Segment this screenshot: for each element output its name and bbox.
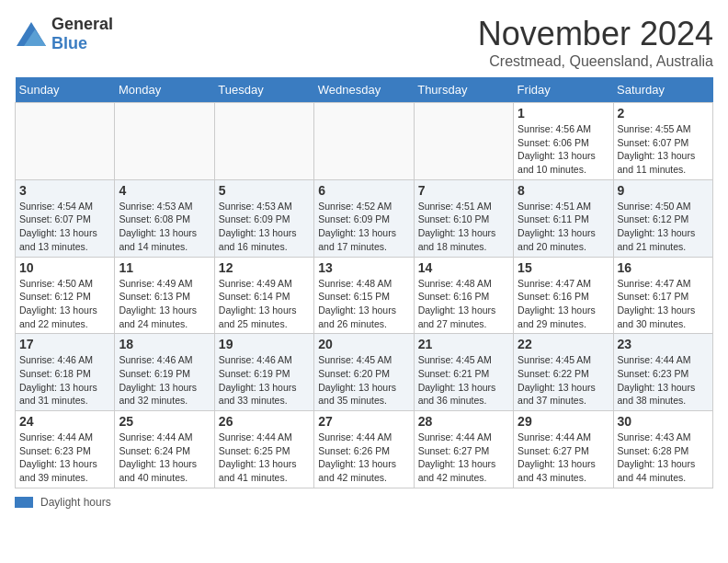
day-info: Sunrise: 4:43 AMSunset: 6:28 PMDaylight:… [618,431,709,485]
day-header-wednesday: Wednesday [314,77,414,103]
logo-text-general: General [51,15,113,33]
day-number: 28 [418,414,509,429]
day-info: Sunrise: 4:48 AMSunset: 6:16 PMDaylight:… [418,277,509,331]
day-number: 22 [518,337,609,351]
day-info: Sunrise: 4:55 AMSunset: 6:07 PMDaylight:… [618,122,709,177]
day-number: 8 [518,183,609,198]
calendar-cell: 4Sunrise: 4:53 AMSunset: 6:08 PMDaylight… [115,179,214,257]
calendar-cell: 21Sunrise: 4:45 AMSunset: 6:21 PMDayligh… [414,334,513,411]
day-number: 27 [318,414,409,429]
day-number: 11 [119,260,210,275]
calendar-cell: 20Sunrise: 4:45 AMSunset: 6:20 PMDayligh… [314,334,414,411]
calendar-cell: 29Sunrise: 4:44 AMSunset: 6:27 PMDayligh… [514,411,613,488]
calendar-cell: 18Sunrise: 4:46 AMSunset: 6:19 PMDayligh… [115,334,214,411]
day-header-sunday: Sunday [16,77,115,103]
logo-text-blue: Blue [51,34,87,52]
calendar-cell: 28Sunrise: 4:44 AMSunset: 6:27 PMDayligh… [414,411,513,488]
day-info: Sunrise: 4:44 AMSunset: 6:27 PMDaylight:… [518,431,609,485]
day-info: Sunrise: 4:44 AMSunset: 6:27 PMDaylight:… [418,431,509,485]
calendar-cell: 13Sunrise: 4:48 AMSunset: 6:15 PMDayligh… [314,257,414,334]
day-number: 15 [518,260,609,275]
calendar-week-5: 24Sunrise: 4:44 AMSunset: 6:23 PMDayligh… [16,411,713,488]
calendar-table: SundayMondayTuesdayWednesdayThursdayFrid… [15,77,713,488]
header-row: SundayMondayTuesdayWednesdayThursdayFrid… [16,77,713,103]
day-number: 13 [318,260,409,275]
day-number: 16 [618,260,709,275]
day-info: Sunrise: 4:44 AMSunset: 6:24 PMDaylight:… [119,431,210,485]
day-number: 12 [219,260,310,275]
day-header-saturday: Saturday [613,77,712,103]
day-info: Sunrise: 4:51 AMSunset: 6:10 PMDaylight:… [418,200,509,254]
calendar-week-1: 1Sunrise: 4:56 AMSunset: 6:06 PMDaylight… [16,103,713,180]
calendar-cell: 11Sunrise: 4:49 AMSunset: 6:13 PMDayligh… [115,257,214,334]
day-number: 10 [19,260,110,275]
calendar-cell: 19Sunrise: 4:46 AMSunset: 6:19 PMDayligh… [214,334,313,411]
header: General Blue November 2024 Crestmead, Qu… [15,15,713,70]
legend-label: Daylight hours [40,496,111,509]
calendar-cell [414,103,513,180]
calendar-cell: 30Sunrise: 4:43 AMSunset: 6:28 PMDayligh… [613,411,712,488]
calendar-cell: 7Sunrise: 4:51 AMSunset: 6:10 PMDaylight… [414,179,513,257]
day-number: 1 [518,106,609,121]
day-number: 6 [318,183,409,198]
day-number: 23 [618,337,709,351]
day-info: Sunrise: 4:56 AMSunset: 6:06 PMDaylight:… [518,122,609,177]
calendar-cell: 23Sunrise: 4:44 AMSunset: 6:23 PMDayligh… [613,334,712,411]
calendar-cell: 15Sunrise: 4:47 AMSunset: 6:16 PMDayligh… [514,257,613,334]
day-number: 26 [219,414,310,429]
day-info: Sunrise: 4:50 AMSunset: 6:12 PMDaylight:… [19,277,110,331]
day-number: 9 [618,183,709,198]
calendar-week-4: 17Sunrise: 4:46 AMSunset: 6:18 PMDayligh… [16,334,713,411]
calendar-cell: 6Sunrise: 4:52 AMSunset: 6:09 PMDaylight… [314,179,414,257]
day-number: 29 [518,414,609,429]
day-header-monday: Monday [115,77,214,103]
calendar-cell: 2Sunrise: 4:55 AMSunset: 6:07 PMDaylight… [613,103,712,180]
title-area: November 2024 Crestmead, Queensland, Aus… [478,15,713,70]
logo-icon [15,20,48,48]
calendar-cell: 25Sunrise: 4:44 AMSunset: 6:24 PMDayligh… [115,411,214,488]
calendar-cell: 8Sunrise: 4:51 AMSunset: 6:11 PMDaylight… [514,179,613,257]
calendar-cell [115,103,214,180]
legend-color-box [15,497,33,508]
day-number: 18 [119,337,210,351]
calendar-cell: 1Sunrise: 4:56 AMSunset: 6:06 PMDaylight… [514,103,613,180]
day-info: Sunrise: 4:48 AMSunset: 6:15 PMDaylight:… [318,277,409,331]
day-info: Sunrise: 4:46 AMSunset: 6:19 PMDaylight:… [119,353,210,408]
calendar-week-2: 3Sunrise: 4:54 AMSunset: 6:07 PMDaylight… [16,179,713,257]
day-info: Sunrise: 4:47 AMSunset: 6:17 PMDaylight:… [618,277,709,331]
day-info: Sunrise: 4:46 AMSunset: 6:18 PMDaylight:… [19,353,110,408]
day-number: 21 [418,337,509,351]
day-number: 24 [19,414,110,429]
calendar-cell: 26Sunrise: 4:44 AMSunset: 6:25 PMDayligh… [214,411,313,488]
day-number: 3 [19,183,110,198]
day-info: Sunrise: 4:50 AMSunset: 6:12 PMDaylight:… [618,200,709,254]
calendar-cell: 16Sunrise: 4:47 AMSunset: 6:17 PMDayligh… [613,257,712,334]
calendar-cell [214,103,313,180]
calendar-cell: 10Sunrise: 4:50 AMSunset: 6:12 PMDayligh… [16,257,115,334]
day-info: Sunrise: 4:52 AMSunset: 6:09 PMDaylight:… [318,200,409,254]
calendar-cell: 27Sunrise: 4:44 AMSunset: 6:26 PMDayligh… [314,411,414,488]
calendar-cell [16,103,115,180]
day-info: Sunrise: 4:45 AMSunset: 6:20 PMDaylight:… [318,353,409,408]
day-info: Sunrise: 4:49 AMSunset: 6:14 PMDaylight:… [219,277,310,331]
day-number: 20 [318,337,409,351]
day-info: Sunrise: 4:45 AMSunset: 6:21 PMDaylight:… [418,353,509,408]
location-title: Crestmead, Queensland, Australia [478,53,713,70]
day-info: Sunrise: 4:44 AMSunset: 6:26 PMDaylight:… [318,431,409,485]
day-number: 17 [19,337,110,351]
logo: General Blue [15,15,113,53]
day-number: 25 [119,414,210,429]
calendar-cell: 22Sunrise: 4:45 AMSunset: 6:22 PMDayligh… [514,334,613,411]
calendar-week-3: 10Sunrise: 4:50 AMSunset: 6:12 PMDayligh… [16,257,713,334]
day-header-tuesday: Tuesday [214,77,313,103]
day-info: Sunrise: 4:47 AMSunset: 6:16 PMDaylight:… [518,277,609,331]
month-title: November 2024 [478,15,713,53]
day-number: 30 [618,414,709,429]
day-number: 14 [418,260,509,275]
day-info: Sunrise: 4:53 AMSunset: 6:08 PMDaylight:… [119,200,210,254]
day-info: Sunrise: 4:44 AMSunset: 6:23 PMDaylight:… [618,353,709,408]
calendar-cell: 12Sunrise: 4:49 AMSunset: 6:14 PMDayligh… [214,257,313,334]
day-number: 5 [219,183,310,198]
day-number: 19 [219,337,310,351]
calendar-cell: 5Sunrise: 4:53 AMSunset: 6:09 PMDaylight… [214,179,313,257]
